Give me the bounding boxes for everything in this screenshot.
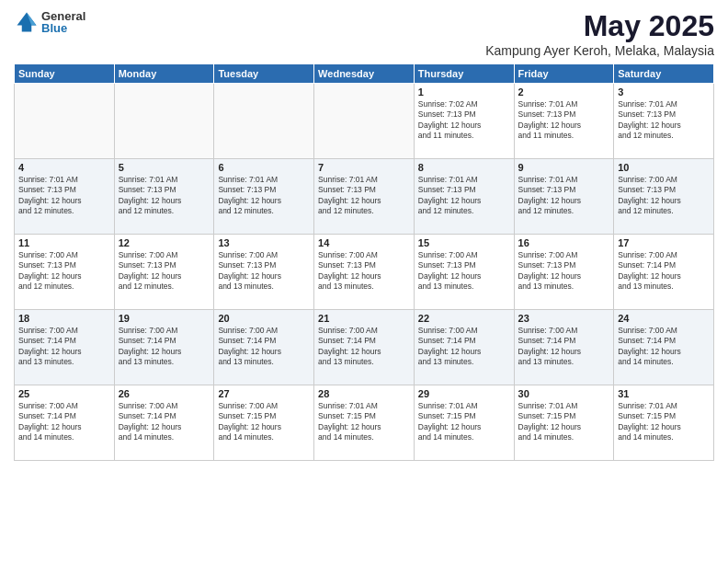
day-number: 6 bbox=[218, 162, 310, 173]
calendar-cell bbox=[214, 84, 314, 159]
calendar-cell: 1Sunrise: 7:02 AM Sunset: 7:13 PM Daylig… bbox=[414, 84, 514, 159]
col-header-thursday: Thursday bbox=[414, 64, 514, 84]
day-info: Sunrise: 7:00 AM Sunset: 7:14 PM Dayligh… bbox=[18, 401, 110, 443]
calendar-cell: 3Sunrise: 7:01 AM Sunset: 7:13 PM Daylig… bbox=[614, 84, 714, 159]
calendar-cell: 26Sunrise: 7:00 AM Sunset: 7:14 PM Dayli… bbox=[114, 385, 214, 461]
calendar-cell: 20Sunrise: 7:00 AM Sunset: 7:14 PM Dayli… bbox=[214, 310, 314, 385]
calendar-cell: 31Sunrise: 7:01 AM Sunset: 7:15 PM Dayli… bbox=[614, 385, 714, 461]
day-number: 28 bbox=[318, 388, 410, 399]
day-number: 21 bbox=[318, 313, 410, 324]
calendar-cell bbox=[114, 84, 214, 159]
day-number: 16 bbox=[518, 237, 610, 248]
day-number: 17 bbox=[618, 237, 710, 248]
day-info: Sunrise: 7:00 AM Sunset: 7:13 PM Dayligh… bbox=[18, 250, 110, 293]
calendar-cell: 28Sunrise: 7:01 AM Sunset: 7:15 PM Dayli… bbox=[314, 385, 415, 461]
col-header-saturday: Saturday bbox=[614, 64, 714, 84]
header: General Blue May 2025 Kampung Ayer Keroh… bbox=[14, 9, 714, 58]
day-info: Sunrise: 7:01 AM Sunset: 7:13 PM Dayligh… bbox=[418, 175, 510, 217]
calendar-cell bbox=[314, 84, 415, 159]
calendar-cell: 13Sunrise: 7:00 AM Sunset: 7:13 PM Dayli… bbox=[214, 235, 314, 310]
calendar-cell: 30Sunrise: 7:01 AM Sunset: 7:15 PM Dayli… bbox=[514, 385, 614, 461]
col-header-wednesday: Wednesday bbox=[314, 64, 415, 84]
calendar-cell: 5Sunrise: 7:01 AM Sunset: 7:13 PM Daylig… bbox=[114, 159, 214, 235]
week-row-2: 4Sunrise: 7:01 AM Sunset: 7:13 PM Daylig… bbox=[15, 159, 714, 235]
calendar-cell: 12Sunrise: 7:00 AM Sunset: 7:13 PM Dayli… bbox=[114, 235, 214, 310]
day-info: Sunrise: 7:01 AM Sunset: 7:15 PM Dayligh… bbox=[518, 401, 610, 443]
calendar-cell: 2Sunrise: 7:01 AM Sunset: 7:13 PM Daylig… bbox=[514, 84, 614, 159]
day-number: 1 bbox=[418, 86, 510, 98]
page: General Blue May 2025 Kampung Ayer Keroh… bbox=[0, 0, 728, 563]
day-number: 11 bbox=[18, 237, 110, 248]
day-info: Sunrise: 7:01 AM Sunset: 7:15 PM Dayligh… bbox=[618, 401, 710, 443]
day-number: 12 bbox=[119, 237, 210, 248]
week-row-3: 11Sunrise: 7:00 AM Sunset: 7:13 PM Dayli… bbox=[15, 235, 714, 310]
day-number: 5 bbox=[119, 162, 210, 173]
logo-text: General Blue bbox=[41, 10, 85, 34]
day-info: Sunrise: 7:00 AM Sunset: 7:14 PM Dayligh… bbox=[518, 326, 610, 368]
calendar-cell: 4Sunrise: 7:01 AM Sunset: 7:13 PM Daylig… bbox=[15, 159, 115, 235]
day-number: 29 bbox=[418, 388, 510, 399]
col-header-friday: Friday bbox=[514, 64, 614, 84]
calendar-cell: 25Sunrise: 7:00 AM Sunset: 7:14 PM Dayli… bbox=[15, 385, 115, 461]
calendar-cell: 18Sunrise: 7:00 AM Sunset: 7:14 PM Dayli… bbox=[15, 310, 115, 385]
header-row: SundayMondayTuesdayWednesdayThursdayFrid… bbox=[15, 64, 714, 84]
day-number: 19 bbox=[119, 313, 210, 324]
day-info: Sunrise: 7:00 AM Sunset: 7:13 PM Dayligh… bbox=[119, 250, 210, 293]
day-number: 3 bbox=[618, 86, 710, 98]
day-info: Sunrise: 7:00 AM Sunset: 7:14 PM Dayligh… bbox=[119, 401, 210, 443]
day-info: Sunrise: 7:00 AM Sunset: 7:13 PM Dayligh… bbox=[618, 175, 710, 217]
day-info: Sunrise: 7:00 AM Sunset: 7:14 PM Dayligh… bbox=[119, 326, 210, 368]
calendar-cell: 9Sunrise: 7:01 AM Sunset: 7:13 PM Daylig… bbox=[514, 159, 614, 235]
day-number: 15 bbox=[418, 237, 510, 248]
day-info: Sunrise: 7:00 AM Sunset: 7:14 PM Dayligh… bbox=[418, 326, 510, 368]
col-header-tuesday: Tuesday bbox=[214, 64, 314, 84]
day-number: 26 bbox=[119, 388, 210, 399]
day-number: 20 bbox=[218, 313, 310, 324]
day-number: 7 bbox=[318, 162, 410, 173]
calendar-cell: 16Sunrise: 7:00 AM Sunset: 7:13 PM Dayli… bbox=[514, 235, 614, 310]
day-info: Sunrise: 7:00 AM Sunset: 7:14 PM Dayligh… bbox=[618, 326, 710, 368]
calendar-cell: 11Sunrise: 7:00 AM Sunset: 7:13 PM Dayli… bbox=[15, 235, 115, 310]
day-number: 27 bbox=[218, 388, 310, 399]
logo: General Blue bbox=[14, 9, 85, 35]
day-info: Sunrise: 7:01 AM Sunset: 7:13 PM Dayligh… bbox=[618, 99, 710, 142]
calendar-cell: 10Sunrise: 7:00 AM Sunset: 7:13 PM Dayli… bbox=[614, 159, 714, 235]
day-number: 14 bbox=[318, 237, 410, 248]
day-number: 23 bbox=[518, 313, 610, 324]
day-info: Sunrise: 7:00 AM Sunset: 7:13 PM Dayligh… bbox=[518, 250, 610, 293]
calendar-cell: 6Sunrise: 7:01 AM Sunset: 7:13 PM Daylig… bbox=[214, 159, 314, 235]
day-number: 10 bbox=[618, 162, 710, 173]
day-info: Sunrise: 7:01 AM Sunset: 7:15 PM Dayligh… bbox=[418, 401, 510, 443]
day-number: 30 bbox=[518, 388, 610, 399]
week-row-4: 18Sunrise: 7:00 AM Sunset: 7:14 PM Dayli… bbox=[15, 310, 714, 385]
day-info: Sunrise: 7:00 AM Sunset: 7:15 PM Dayligh… bbox=[218, 401, 310, 443]
calendar-cell: 21Sunrise: 7:00 AM Sunset: 7:14 PM Dayli… bbox=[314, 310, 415, 385]
logo-icon bbox=[14, 9, 40, 35]
col-header-sunday: Sunday bbox=[15, 64, 115, 84]
calendar-cell: 27Sunrise: 7:00 AM Sunset: 7:15 PM Dayli… bbox=[214, 385, 314, 461]
day-info: Sunrise: 7:01 AM Sunset: 7:15 PM Dayligh… bbox=[318, 401, 410, 443]
title-block: May 2025 Kampung Ayer Keroh, Melaka, Mal… bbox=[485, 9, 714, 58]
month-title: May 2025 bbox=[485, 9, 714, 43]
location: Kampung Ayer Keroh, Melaka, Malaysia bbox=[485, 43, 714, 58]
day-info: Sunrise: 7:00 AM Sunset: 7:13 PM Dayligh… bbox=[318, 250, 410, 293]
day-number: 13 bbox=[218, 237, 310, 248]
calendar: SundayMondayTuesdayWednesdayThursdayFrid… bbox=[14, 63, 714, 461]
day-info: Sunrise: 7:01 AM Sunset: 7:13 PM Dayligh… bbox=[119, 175, 210, 217]
day-info: Sunrise: 7:00 AM Sunset: 7:14 PM Dayligh… bbox=[318, 326, 410, 368]
day-info: Sunrise: 7:02 AM Sunset: 7:13 PM Dayligh… bbox=[418, 99, 510, 142]
calendar-cell: 17Sunrise: 7:00 AM Sunset: 7:14 PM Dayli… bbox=[614, 235, 714, 310]
calendar-cell: 24Sunrise: 7:00 AM Sunset: 7:14 PM Dayli… bbox=[614, 310, 714, 385]
calendar-cell: 8Sunrise: 7:01 AM Sunset: 7:13 PM Daylig… bbox=[414, 159, 514, 235]
day-info: Sunrise: 7:00 AM Sunset: 7:13 PM Dayligh… bbox=[418, 250, 510, 293]
day-info: Sunrise: 7:00 AM Sunset: 7:14 PM Dayligh… bbox=[218, 326, 310, 368]
day-number: 8 bbox=[418, 162, 510, 173]
day-info: Sunrise: 7:01 AM Sunset: 7:13 PM Dayligh… bbox=[218, 175, 310, 217]
day-info: Sunrise: 7:01 AM Sunset: 7:13 PM Dayligh… bbox=[18, 175, 110, 217]
day-info: Sunrise: 7:01 AM Sunset: 7:13 PM Dayligh… bbox=[518, 175, 610, 217]
day-info: Sunrise: 7:00 AM Sunset: 7:14 PM Dayligh… bbox=[618, 250, 710, 293]
week-row-5: 25Sunrise: 7:00 AM Sunset: 7:14 PM Dayli… bbox=[15, 385, 714, 461]
day-info: Sunrise: 7:01 AM Sunset: 7:13 PM Dayligh… bbox=[318, 175, 410, 217]
day-number: 4 bbox=[18, 162, 110, 173]
calendar-cell: 29Sunrise: 7:01 AM Sunset: 7:15 PM Dayli… bbox=[414, 385, 514, 461]
